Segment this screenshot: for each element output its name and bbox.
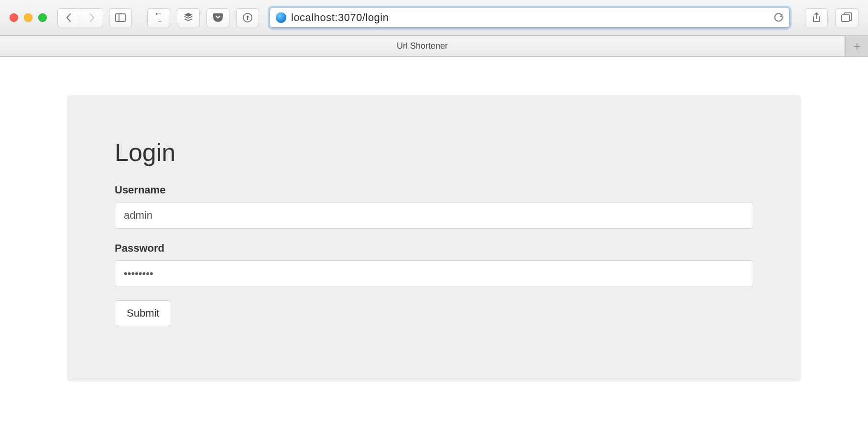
extension-buttons	[147, 8, 259, 27]
maximize-window-button[interactable]	[38, 13, 47, 22]
tab-url-shortener[interactable]: Url Shortener	[0, 36, 845, 56]
reload-button[interactable]	[774, 13, 783, 22]
right-toolbar-buttons	[805, 8, 858, 27]
password-label: Password	[115, 242, 753, 255]
show-tabs-button[interactable]	[835, 8, 858, 27]
tab-bar: Url Shortener ＋	[0, 36, 868, 57]
page-title: Login	[115, 138, 753, 167]
tabs-icon	[841, 12, 853, 23]
username-input[interactable]	[115, 202, 753, 229]
password-group: Password	[115, 242, 753, 287]
buffer-extension-button[interactable]	[177, 8, 200, 27]
onepassword-extension-button[interactable]	[236, 8, 259, 27]
address-bar[interactable]	[270, 8, 790, 28]
close-window-button[interactable]	[10, 13, 18, 22]
share-icon	[812, 12, 821, 23]
nav-buttons	[57, 8, 103, 27]
password-input[interactable]	[115, 260, 753, 287]
back-button[interactable]	[57, 8, 80, 27]
window-controls	[10, 13, 47, 22]
chevron-right-icon	[88, 13, 96, 22]
login-panel: Login Username Password Submit	[67, 95, 801, 382]
username-label: Username	[115, 184, 753, 196]
svg-rect-5	[842, 15, 849, 21]
globe-icon	[276, 12, 286, 23]
stack-icon	[183, 12, 194, 23]
evernote-extension-button[interactable]	[147, 8, 170, 27]
sidebar-toggle-button[interactable]	[109, 8, 132, 27]
tab-label: Url Shortener	[397, 41, 448, 51]
share-button[interactable]	[805, 8, 828, 27]
chevron-left-icon	[65, 13, 73, 22]
reload-icon	[774, 13, 783, 22]
keyhole-icon	[242, 12, 253, 23]
new-tab-button[interactable]: ＋	[845, 36, 868, 56]
svg-rect-4	[247, 17, 248, 20]
sidebar-icon	[115, 13, 126, 22]
minimize-window-button[interactable]	[24, 13, 33, 22]
page-content: Login Username Password Submit	[0, 57, 868, 420]
submit-button[interactable]: Submit	[115, 300, 171, 326]
forward-button[interactable]	[80, 8, 103, 27]
plus-icon: ＋	[851, 38, 863, 54]
svg-rect-0	[116, 14, 125, 21]
pocket-extension-button[interactable]	[206, 8, 229, 27]
pocket-icon	[213, 13, 223, 22]
username-group: Username	[115, 184, 753, 229]
address-bar-container	[270, 8, 790, 28]
url-input[interactable]	[291, 11, 769, 24]
browser-toolbar	[0, 0, 868, 36]
evernote-icon	[154, 12, 163, 23]
